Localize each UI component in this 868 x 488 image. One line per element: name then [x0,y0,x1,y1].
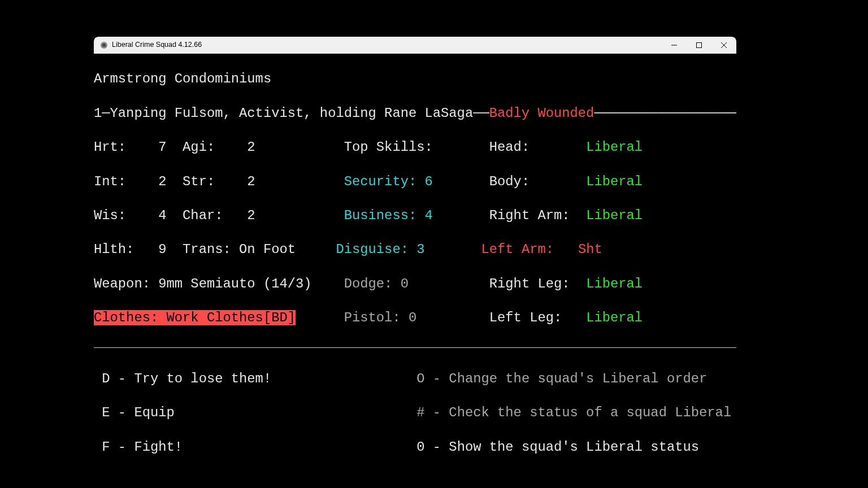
stat-clothes-value: Work Clothes[BD] [167,310,296,325]
stat-row-3: Wis: 4 Char: 2 Business: 4 Right Arm: Li… [94,207,736,224]
body-head-status: Liberal [586,140,643,155]
body-head-label: Head: [489,140,530,155]
top-skills-heading: Top Skills: [344,140,433,155]
stat-hlth-label: Hlth: [94,242,134,257]
stat-wis-value: 4 [158,208,166,223]
skill-disguise-value: 3 [416,242,424,257]
body-lleg-label: Left Leg: [489,310,562,325]
stat-agi-label: Agi: [183,140,215,155]
skill-pistol-label: Pistol: [344,310,401,325]
menu-row-3: F - Fight! 0 - Show the squad's Liberal … [94,439,736,456]
stat-int-value: 2 [158,174,166,189]
svg-rect-3 [697,43,702,48]
window-title: Liberal Crime Squad 4.12.66 [112,41,662,50]
close-button[interactable] [711,37,736,54]
stat-int-label: Int: [94,174,126,189]
stat-row-6: Clothes: Work Clothes[BD] Pistol: 0 Left… [94,310,736,326]
stat-clothes-label: Clothes: [94,310,158,325]
body-lleg-status: Liberal [586,310,643,325]
stat-row-4: Hlth: 9 Trans: On Foot Disguise: 3 Left … [94,241,736,258]
skill-security-label: Security: [344,174,417,189]
stat-row-2: Int: 2 Str: 2 Security: 6 Body: Liberal [94,173,736,190]
menu-row-1: D - Try to lose them! O - Change the squ… [94,371,736,387]
menu-row-2: E - Equip # - Check the status of a squa… [94,404,736,421]
member-status: Badly Wounded [489,106,594,121]
stat-weapon-value: 9mm Semiauto (14/3) [158,276,311,291]
stat-trans-value: On Foot [239,242,296,257]
stat-agi-value: 2 [247,140,255,155]
body-rarm-status: Liberal [586,208,643,223]
svg-point-1 [102,43,106,47]
body-rleg-label: Right Leg: [489,276,570,291]
body-rleg-status: Liberal [586,276,643,291]
window-controls [662,37,736,54]
stat-str-value: 2 [247,174,255,189]
body-body-status: Liberal [586,174,643,189]
menu-e[interactable]: E - Equip [102,405,175,420]
terminal-content: Armstrong Condominiums 1─Yanping Fulsom,… [94,54,736,463]
app-icon [99,41,108,50]
menu-o[interactable]: O - Change the squad's Liberal order [416,371,707,386]
stat-weapon-label: Weapon: [94,276,150,291]
stat-char-value: 2 [247,208,255,223]
titlebar[interactable]: Liberal Crime Squad 4.12.66 [94,37,736,54]
menu-f[interactable]: F - Fight! [102,439,183,455]
member-prefix: 1─ [94,106,110,121]
stat-row-5: Weapon: 9mm Semiauto (14/3) Dodge: 0 Rig… [94,276,736,293]
stat-trans-label: Trans: [183,242,231,257]
skill-dodge-value: 0 [401,276,409,291]
member-line: 1─Yanping Fulsom, Activist, holding Rane… [94,105,736,122]
menu-zero[interactable]: 0 - Show the squad's Liberal status [416,439,699,455]
menu-hash[interactable]: # - Check the status of a squad Liberal [416,405,731,420]
stat-str-label: Str: [183,174,215,189]
location-name: Armstrong Condominiums [94,71,736,88]
skill-business-label: Business: [344,208,417,223]
member-name: Yanping Fulsom, Activist, holding Rane L… [110,106,474,121]
game-window: Liberal Crime Squad 4.12.66 Armstrong Co… [94,37,736,463]
stat-row-1: Hrt: 7 Agi: 2 Top Skills: Head: Liberal [94,139,736,156]
body-larm-label: Left Arm: [481,242,554,257]
stat-wis-label: Wis: [94,208,126,223]
stat-char-label: Char: [183,208,223,223]
stat-hrt-label: Hrt: [94,140,126,155]
maximize-button[interactable] [687,37,711,54]
stat-hrt-value: 7 [158,140,166,155]
divider [94,347,736,348]
body-larm-status: Sht [578,242,602,257]
body-body-label: Body: [489,174,530,189]
skill-business-value: 4 [425,208,433,223]
skill-security-value: 6 [425,174,433,189]
skill-pistol-value: 0 [409,310,416,325]
menu-d[interactable]: D - Try to lose them! [102,371,271,386]
body-rarm-label: Right Arm: [489,208,570,223]
stat-hlth-value: 9 [158,242,166,257]
skill-disguise-label: Disguise: [336,242,409,257]
skill-dodge-label: Dodge: [344,276,393,291]
minimize-button[interactable] [662,37,687,54]
